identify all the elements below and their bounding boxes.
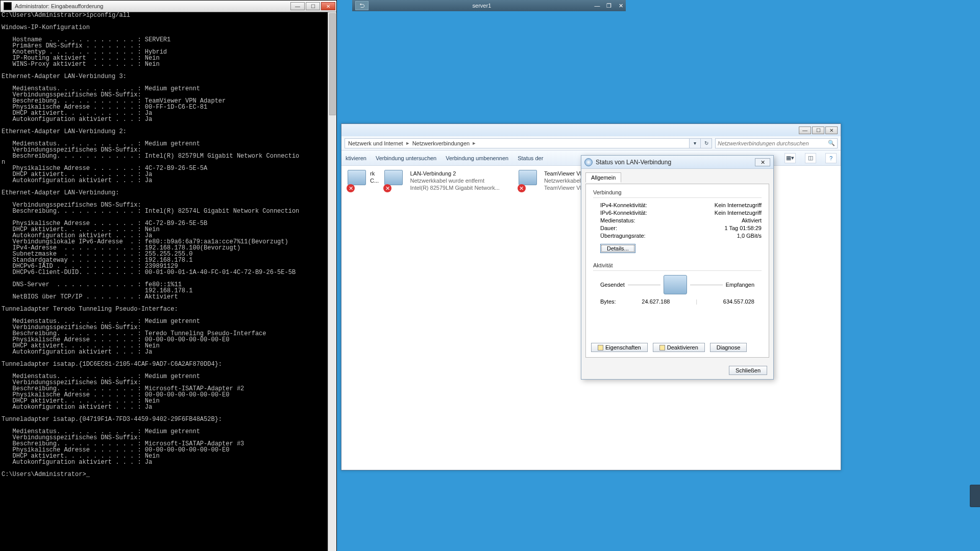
minimize-button[interactable]: — [799, 127, 811, 134]
view-options-button[interactable]: ▦▾ [785, 153, 796, 163]
search-box[interactable]: 🔍 [715, 138, 838, 148]
bytes-received-value: 634.557.028 [723, 298, 754, 305]
disconnected-badge-icon: ✕ [347, 184, 355, 192]
dialog-title: Status von LAN-Verbindung [596, 159, 755, 166]
media-value: Aktiviert [742, 217, 762, 223]
disable-button[interactable]: Deaktivieren [653, 343, 705, 352]
command-item[interactable]: Status der [518, 155, 543, 161]
command-prompt-icon [4, 2, 12, 10]
explorer-titlebar[interactable]: — ☐ ✕ [341, 124, 841, 136]
ipv4-label: IPv4-Konnektivität: [600, 202, 647, 208]
disconnected-badge-icon: ✕ [383, 184, 391, 192]
tab-strip: Allgemein [585, 172, 769, 184]
dialog-footer: Schließen [581, 362, 773, 379]
network-adapter-item[interactable]: ✕ LAN-Verbindung 2 Netzwerkkabel wurde e… [384, 170, 512, 191]
diagnose-button[interactable]: Diagnose [710, 343, 747, 352]
adapter-status: Netzwerkkabel wurde entfernt [410, 177, 499, 184]
command-prompt-titlebar[interactable]: Administrator: Eingabeaufforderung — ☐ ✕ [1, 1, 336, 12]
gear-icon [598, 345, 603, 350]
minimize-button[interactable]: — [290, 2, 305, 10]
duration-value: 1 Tag 01:58:29 [724, 225, 762, 231]
command-prompt-body[interactable]: C:\Users\Administrator>ipconfig/all Wind… [1, 12, 336, 551]
adapter-icon: ✕ [384, 170, 406, 191]
command-prompt-output: C:\Users\Administrator>ipconfig/all Wind… [1, 12, 336, 478]
bytes-separator: | [696, 298, 697, 305]
close-dialog-button[interactable]: Schließen [729, 366, 767, 375]
scrollbar[interactable] [328, 12, 336, 551]
adapter-icon: ✕ [348, 170, 366, 191]
ipv4-value: Kein Internetzugriff [715, 202, 762, 208]
breadcrumb-item[interactable]: Netzwerk und Internet [348, 140, 403, 146]
rate-label: Übertragungsrate: [600, 233, 646, 239]
search-input[interactable] [718, 140, 828, 146]
remote-session-controls: — ❐ ✕ [592, 3, 626, 9]
breadcrumb-item[interactable]: Netzwerkverbindungen [412, 140, 470, 146]
details-button[interactable]: Details... [600, 244, 635, 253]
adapter-icon: ✕ [519, 170, 540, 191]
maximize-button[interactable]: ☐ [812, 127, 824, 134]
adapter-name: LAN-Verbindung 2 [410, 170, 499, 177]
help-button[interactable]: ? [825, 153, 837, 163]
duration-label: Dauer: [600, 225, 617, 231]
group-connection: Verbindung [593, 189, 762, 195]
rate-value: 1,0 GBit/s [737, 233, 762, 239]
remote-session-label: server1 [372, 3, 592, 9]
disable-icon [659, 345, 665, 350]
close-button[interactable]: ✕ [825, 127, 838, 134]
media-label: Medienstatus: [600, 217, 635, 223]
activity-line [690, 285, 723, 285]
chevron-right-icon[interactable]: ▸ [473, 140, 476, 146]
tab-body: Verbindung IPv4-Konnektivität:Kein Inter… [585, 184, 769, 358]
breadcrumb[interactable]: Netzwerk und Internet ▸ Netzwerkverbindu… [345, 138, 690, 148]
info-icon [584, 158, 593, 166]
network-adapter-item[interactable]: ✕ rk C... [348, 170, 378, 191]
divider [593, 270, 762, 271]
back-icon[interactable]: ⮌ [355, 1, 369, 10]
restore-icon[interactable]: ❐ [604, 3, 614, 9]
close-icon[interactable]: ✕ [616, 3, 626, 9]
bytes-sent-value: 24.627.188 [642, 298, 670, 305]
dialog-titlebar[interactable]: Status von LAN-Verbindung ✕ [581, 156, 773, 169]
close-button[interactable]: ✕ [321, 2, 335, 10]
command-prompt-title: Administrator: Eingabeaufforderung [15, 3, 290, 9]
history-dropdown-button[interactable]: ▾ [690, 138, 701, 148]
activity-line [628, 285, 660, 285]
preview-pane-button[interactable]: ◫ [805, 153, 816, 163]
side-tab-handle[interactable] [970, 485, 980, 507]
command-item[interactable]: Verbindung umbenennen [446, 155, 508, 161]
adapter-device: Intel(R) 82579LM Gigabit Network... [410, 184, 499, 191]
bytes-label: Bytes: [600, 298, 616, 305]
scrollbar-thumb[interactable] [329, 13, 336, 115]
ipv6-value: Kein Internetzugriff [715, 210, 762, 216]
close-button[interactable]: ✕ [755, 158, 770, 166]
command-item[interactable]: ktivieren [346, 155, 366, 161]
disconnected-badge-icon: ✕ [518, 184, 526, 192]
properties-button[interactable]: Eigenschaften [591, 343, 648, 352]
chevron-right-icon[interactable]: ▸ [406, 140, 409, 146]
tab-general[interactable]: Allgemein [585, 172, 621, 183]
minimize-icon[interactable]: — [592, 3, 602, 9]
computer-icon [664, 275, 687, 294]
adapter-name: rk C... [370, 170, 379, 184]
received-label: Empfangen [726, 282, 754, 288]
lan-status-dialog: Status von LAN-Verbindung ✕ Allgemein Ve… [581, 155, 774, 380]
group-activity: Aktivität [593, 262, 762, 268]
refresh-button[interactable]: ↻ [701, 138, 712, 148]
address-bar: Netzwerk und Internet ▸ Netzwerkverbindu… [341, 136, 841, 151]
divider [593, 197, 762, 198]
ipv6-label: IPv6-Konnektivität: [600, 210, 647, 216]
search-icon[interactable]: 🔍 [828, 140, 835, 146]
maximize-button[interactable]: ☐ [306, 2, 320, 10]
command-item[interactable]: Verbindung untersuchen [376, 155, 436, 161]
remote-session-bar[interactable]: ⮌ server1 — ❐ ✕ [352, 0, 626, 11]
command-prompt-window: Administrator: Eingabeaufforderung — ☐ ✕… [0, 0, 337, 551]
sent-label: Gesendet [600, 282, 625, 288]
